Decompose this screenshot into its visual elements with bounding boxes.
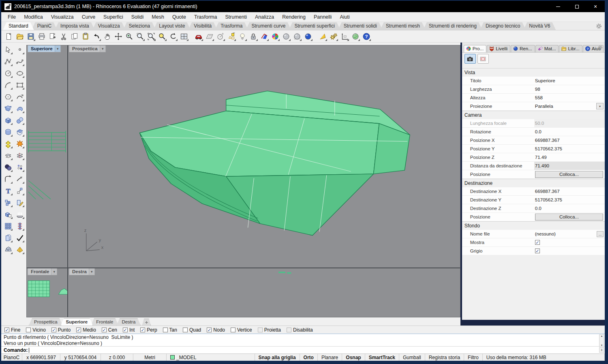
toolbar-tab-strumenti-superfici[interactable]: Strumenti superfici [289,22,340,30]
viewport-dropdown-icon[interactable]: ▾ [51,268,57,275]
flyout-corner-icon[interactable] [212,39,214,41]
flyout-corner-icon[interactable] [22,205,24,207]
cplane-set-button[interactable] [215,31,226,42]
surface-patch-tool[interactable] [15,127,25,137]
flyout-corner-icon[interactable] [154,39,156,41]
flyout-corner-icon[interactable] [11,158,13,160]
viewport-page-tab-superiore[interactable]: Superiore [61,318,93,325]
check-selection-tool[interactable] [15,233,25,243]
sun-button[interactable] [317,31,328,42]
status-osnap[interactable]: Osnap [342,354,365,361]
status-metri[interactable]: Metri [133,354,167,361]
sphere-blue-button[interactable] [303,31,313,42]
osnap-nodo[interactable]: Nodo [207,327,225,333]
viewport-dropdown-icon[interactable]: ▾ [55,45,60,52]
flyout-corner-icon[interactable] [310,39,313,41]
checkbox[interactable] [231,328,235,332]
toolbar-tab-layout-viste[interactable]: Layout viste [153,22,191,30]
flyout-corner-icon[interactable] [11,64,13,66]
flyout-corner-icon[interactable] [223,39,225,41]
visibility-car-button[interactable] [193,31,204,42]
viewport-properties-button[interactable] [477,54,489,64]
explode-tool[interactable] [15,139,25,149]
toolbar-tab-visualizza[interactable]: Visualizza [92,22,126,30]
superiore-canvas[interactable] [27,45,67,268]
flyout-corner-icon[interactable] [11,52,13,54]
flyout-corner-icon[interactable] [22,52,24,54]
move-tool[interactable] [15,186,25,196]
arc-tool[interactable] [3,80,13,90]
value-text[interactable]: 669887.367 [535,189,560,194]
checkbox[interactable] [26,328,31,332]
prospettica-canvas[interactable]: z y x [68,45,460,268]
toolbar-tab-seleziona[interactable]: Seleziona [123,22,156,30]
add-viewport-button[interactable] [142,319,151,325]
colloca-button[interactable]: Colloca... [535,214,603,221]
help-button[interactable]: ? [361,31,372,42]
panel-tab-mat[interactable]: Mat... [535,45,559,52]
polygon-tool[interactable] [3,92,13,102]
osnap-punto[interactable]: Punto [51,327,71,333]
toolbar-tab-strumenti-curve[interactable]: Strumenti curve [246,22,291,30]
osnap-int[interactable]: Int [123,327,135,333]
value-text[interactable]: 98 [535,87,540,92]
zoom-selected-button[interactable] [157,31,167,42]
osnap-tan[interactable]: Tan [163,327,177,333]
command-resize-icon[interactable]: ⇕ [599,347,604,353]
value-text[interactable]: 558 [535,95,543,100]
camera-view-button[interactable] [465,54,476,64]
group-objects-button[interactable] [226,31,237,42]
flyout-corner-icon[interactable] [22,123,24,125]
toolbar-tab-disegno-tecnico[interactable]: Disegno tecnico [480,22,526,30]
checkbox[interactable] [4,328,9,332]
value-text[interactable]: (nessuno) [535,231,556,236]
flyout-corner-icon[interactable] [11,146,13,148]
checkbox[interactable] [76,328,81,332]
checkbox[interactable] [102,328,107,332]
flyout-corner-icon[interactable] [22,146,24,148]
checkbox[interactable] [163,328,168,332]
viewport-tab-prospettica[interactable]: Prospettica ▾ [69,45,106,52]
viewport-layout-button[interactable] [179,31,189,42]
flyout-corner-icon[interactable] [267,39,269,41]
paste-button[interactable] [80,31,91,42]
toolbar-tab-imposta-vista[interactable]: Imposta vista [55,22,95,30]
cylinder-tool[interactable] [3,127,13,137]
checkbox[interactable] [258,328,263,332]
light-button[interactable] [237,31,248,42]
status-model[interactable]: _MODEL [167,354,255,361]
flyout-corner-icon[interactable] [22,99,24,101]
osnap-disabilita[interactable]: Disabilita [287,327,313,333]
osnap-vicino[interactable]: Vicino [26,327,45,333]
scroll-down-icon[interactable]: ▼ [601,344,603,347]
flyout-corner-icon[interactable] [22,111,24,113]
rendered-display-button[interactable] [270,31,280,42]
menu-modifica[interactable]: Modifica [20,13,47,21]
menu-pannelli[interactable]: Pannelli [310,13,336,21]
menu-trasforma[interactable]: Trasforma [190,13,221,21]
toolbar-tab-strumenti-mesh[interactable]: Strumenti mesh [380,22,426,30]
menu-analizza[interactable]: Analizza [251,13,278,21]
viewport-page-tab-destra[interactable]: Destra [116,318,141,325]
flyout-corner-icon[interactable] [11,170,13,172]
zoom-window-button[interactable] [135,31,146,42]
block-edit-tool[interactable] [15,197,25,208]
control-point-curve-tool[interactable] [15,56,25,67]
checkbox[interactable] [51,328,56,332]
checkbox[interactable] [535,248,540,253]
viewport-dropdown-icon[interactable]: ▾ [89,268,94,275]
sphere-pair-tool[interactable] [15,115,25,126]
zoom-in-button[interactable] [124,31,135,42]
status-smarttrack[interactable]: SmartTrack [365,354,399,361]
osnap-quad[interactable]: Quad [183,327,201,333]
flyout-corner-icon[interactable] [99,39,101,41]
status-snap-alla-griglia[interactable]: Snap alla griglia [255,354,300,361]
value-text[interactable]: Superiore [535,78,555,83]
trim-tool[interactable] [3,150,13,161]
text-tool[interactable]: T [3,186,13,196]
flyout-corner-icon[interactable] [11,88,13,90]
status-gumball[interactable]: Gumball [399,354,425,361]
solid-union-tool[interactable] [3,209,13,220]
menu-visualizza[interactable]: Visualizza [47,13,78,21]
menu-file[interactable]: File [4,13,20,21]
